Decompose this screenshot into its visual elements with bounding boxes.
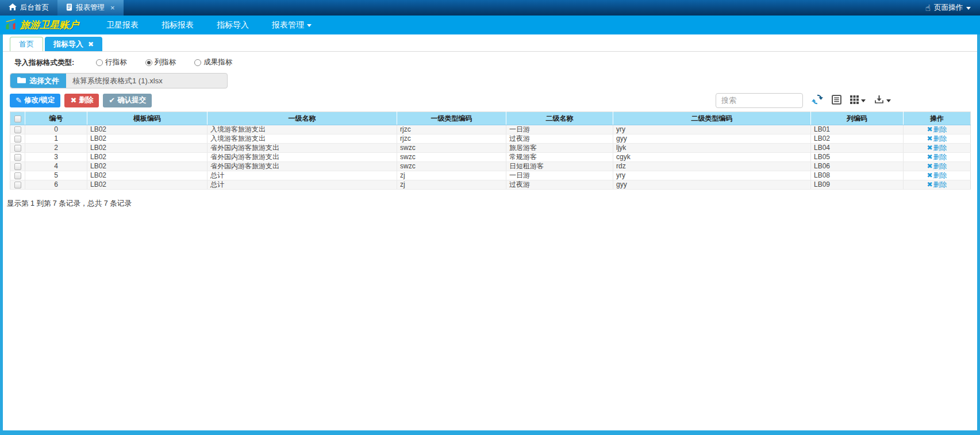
row-delete-link[interactable]: ✖删除 — [927, 171, 947, 179]
delete-x-icon: ✖ — [927, 162, 932, 170]
column-header-1[interactable]: 编号 — [25, 112, 87, 125]
row-delete-link[interactable]: ✖删除 — [927, 162, 947, 170]
column-header-7[interactable]: 列编码 — [811, 112, 904, 125]
delete-button[interactable]: ✖ 删除 — [64, 94, 99, 107]
cell-4: swzc — [397, 162, 506, 171]
row-delete-link[interactable]: ✖删除 — [927, 134, 947, 143]
cell-6: rdz — [613, 162, 811, 171]
row-delete-link[interactable]: ✖删除 — [927, 153, 947, 161]
radio-label: 成果指标 — [203, 57, 232, 67]
cell-1: 0 — [25, 125, 87, 134]
confirm-submit-label: 确认提交 — [117, 95, 146, 105]
nav-item-3[interactable]: 指标导入 — [205, 16, 260, 34]
cell-5: 一日游 — [506, 125, 613, 134]
cell-7: LB06 — [811, 162, 904, 171]
cell-1: 2 — [25, 144, 87, 153]
row-actions-cell: ✖删除 — [904, 144, 971, 153]
page-content: 导入指标格式类型: 行指标列指标成果指标 选择文件 核算系统报表格式1 (1).… — [3, 52, 977, 209]
cell-2: LB02 — [87, 162, 207, 171]
page-actions-label: 页面操作 — [934, 3, 963, 13]
columns-grid-icon — [850, 95, 859, 106]
row-select-cell — [10, 134, 25, 144]
choose-file-button[interactable]: 选择文件 — [10, 74, 66, 88]
cell-4: zj — [397, 171, 506, 180]
row-delete-label: 删除 — [933, 125, 947, 133]
format-radio-3[interactable]: 成果指标 — [194, 57, 232, 67]
cell-2: LB02 — [87, 144, 207, 153]
tab-indicator-import[interactable]: 指标导入 ✖ — [45, 37, 102, 51]
close-icon[interactable]: ✖ — [88, 37, 94, 51]
column-header-5[interactable]: 二级名称 — [506, 112, 613, 125]
row-checkbox[interactable] — [14, 182, 21, 188]
cell-6: gyy — [613, 134, 811, 144]
row-delete-link[interactable]: ✖删除 — [927, 180, 947, 188]
row-actions-cell: ✖删除 — [904, 162, 971, 171]
cell-2: LB02 — [87, 134, 207, 144]
row-delete-link[interactable]: ✖删除 — [927, 125, 947, 133]
radio-button-icon[interactable] — [194, 59, 201, 66]
row-checkbox[interactable] — [14, 136, 21, 143]
topbar-tab-backend-home[interactable]: 后台首页 — [0, 0, 57, 16]
topbar-tab-report-management[interactable]: 报表管理 × — [57, 0, 124, 16]
delete-x-icon: ✖ — [927, 144, 932, 152]
toggle-view-button[interactable] — [832, 95, 841, 106]
export-icon — [874, 95, 884, 106]
search-input[interactable] — [716, 93, 803, 108]
refresh-button[interactable] — [812, 94, 823, 107]
row-delete-link[interactable]: ✖删除 — [927, 144, 947, 152]
nav-item-4[interactable]: 报表管理 — [260, 16, 323, 34]
row-checkbox[interactable] — [14, 172, 21, 179]
hand-pointer-icon: ☝ — [925, 3, 931, 12]
tab-label: 首页 — [19, 37, 34, 51]
export-dropdown-button[interactable] — [874, 95, 891, 106]
cell-3: 省外国内游客旅游支出 — [207, 162, 397, 171]
brand-title: 旅游卫星账户 — [20, 18, 79, 32]
column-header-4[interactable]: 一级类型编码 — [397, 112, 506, 125]
row-checkbox[interactable] — [14, 154, 21, 161]
caret-down-icon — [886, 99, 891, 105]
folder-icon — [17, 76, 26, 85]
record-summary: 显示第 1 到第 7 条记录，总共 7 条记录 — [7, 199, 970, 209]
cell-3: 省外国内游客旅游支出 — [207, 144, 397, 153]
table-row: 3LB02省外国内游客旅游支出swzc常规游客cgykLB05✖删除 — [10, 153, 971, 162]
nav-item-1[interactable]: 卫星报表 — [95, 16, 150, 34]
format-radio-1[interactable]: 行指标 — [96, 57, 127, 67]
radio-label: 行指标 — [105, 57, 127, 67]
row-checkbox[interactable] — [14, 163, 21, 170]
cell-5: 过夜游 — [506, 180, 613, 190]
close-icon[interactable]: × — [110, 3, 115, 12]
home-icon — [9, 3, 17, 12]
row-select-cell — [10, 171, 25, 180]
brand-logo-icon — [5, 18, 17, 32]
delete-label: 删除 — [79, 95, 93, 105]
column-header-8[interactable]: 操作 — [904, 112, 971, 125]
table-body: 0LB02入境游客旅游支出rjzc一日游yryLB01✖删除1LB02入境游客旅… — [10, 125, 971, 190]
format-radio-2[interactable]: 列指标 — [145, 57, 176, 67]
refresh-icon — [812, 94, 823, 107]
columns-dropdown-button[interactable] — [850, 95, 866, 106]
select-all-checkbox[interactable] — [14, 116, 21, 122]
tab-home[interactable]: 首页 — [10, 37, 43, 51]
radio-label: 列指标 — [155, 57, 176, 67]
row-select-cell — [10, 180, 25, 190]
nav-item-2[interactable]: 指标报表 — [150, 16, 205, 34]
page-actions-menu[interactable]: ☝ 页面操作 — [916, 0, 980, 16]
table-row: 0LB02入境游客旅游支出rjzc一日游yryLB01✖删除 — [10, 125, 971, 134]
radio-button-icon[interactable] — [145, 59, 152, 66]
confirm-submit-button[interactable]: ✔ 确认提交 — [103, 94, 152, 107]
column-header-3[interactable]: 一级名称 — [207, 112, 397, 125]
column-header-6[interactable]: 二级类型编码 — [613, 112, 811, 125]
radio-button-icon[interactable] — [96, 59, 103, 66]
cell-5: 常规游客 — [506, 153, 613, 162]
row-checkbox[interactable] — [14, 126, 21, 133]
column-header-2[interactable]: 模板编码 — [87, 112, 207, 125]
cell-2: LB02 — [87, 125, 207, 134]
modify-lock-button[interactable]: ✎ 修改/锁定 — [10, 94, 60, 107]
cell-3: 省外国内游客旅游支出 — [207, 153, 397, 162]
cell-5: 一日游 — [506, 171, 613, 180]
brand[interactable]: 旅游卫星账户 — [0, 18, 84, 32]
row-checkbox[interactable] — [14, 145, 21, 152]
caret-down-icon — [861, 99, 866, 105]
cell-7: LB08 — [811, 171, 904, 180]
cell-5: 日短租游客 — [506, 162, 613, 171]
